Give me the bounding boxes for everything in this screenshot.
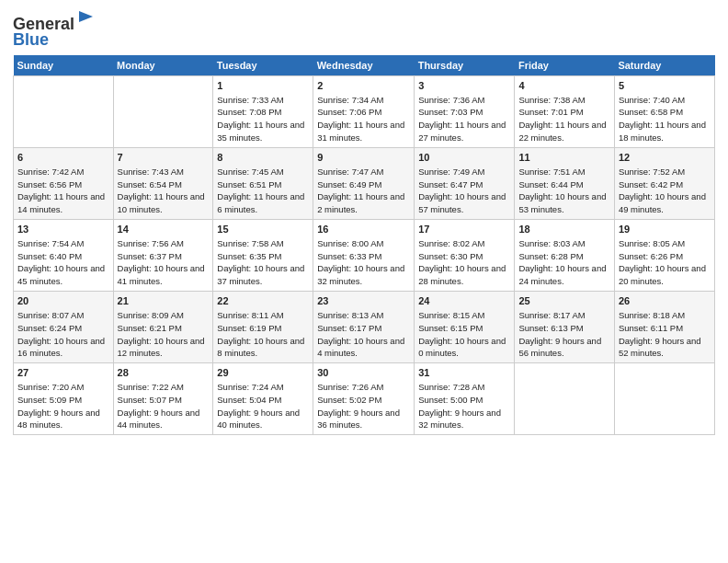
- calendar-cell: 24Sunrise: 8:15 AM Sunset: 6:15 PM Dayli…: [415, 292, 515, 363]
- calendar-cell: [14, 75, 114, 147]
- page-header: General Blue: [13, 9, 715, 50]
- calendar-cell: 17Sunrise: 8:02 AM Sunset: 6:30 PM Dayli…: [415, 219, 515, 291]
- day-info: Sunrise: 7:47 AM Sunset: 6:49 PM Dayligh…: [317, 167, 404, 214]
- day-number: 3: [418, 79, 510, 93]
- day-number: 15: [217, 223, 309, 236]
- day-number: 10: [418, 151, 510, 165]
- calendar-cell: 18Sunrise: 8:03 AM Sunset: 6:28 PM Dayli…: [515, 219, 614, 291]
- day-info: Sunrise: 7:43 AM Sunset: 6:54 PM Dayligh…: [118, 167, 205, 214]
- day-info: Sunrise: 7:51 AM Sunset: 6:44 PM Dayligh…: [518, 167, 606, 214]
- day-info: Sunrise: 7:40 AM Sunset: 6:58 PM Dayligh…: [619, 95, 706, 143]
- calendar-cell: 6Sunrise: 7:42 AM Sunset: 6:56 PM Daylig…: [14, 147, 114, 219]
- day-number: 20: [17, 294, 109, 308]
- day-number: 7: [118, 151, 210, 165]
- calendar-cell: 13Sunrise: 7:54 AM Sunset: 6:40 PM Dayli…: [14, 219, 114, 291]
- calendar-cell: 7Sunrise: 7:43 AM Sunset: 6:54 PM Daylig…: [113, 147, 213, 219]
- calendar-cell: [113, 75, 213, 147]
- day-number: 11: [518, 151, 609, 165]
- calendar-table: SundayMondayTuesdayWednesdayThursdayFrid…: [13, 55, 715, 435]
- week-row-5: 27Sunrise: 7:20 AM Sunset: 5:09 PM Dayli…: [14, 363, 715, 435]
- calendar-cell: 4Sunrise: 7:38 AM Sunset: 7:01 PM Daylig…: [515, 75, 614, 147]
- day-info: Sunrise: 8:13 AM Sunset: 6:17 PM Dayligh…: [317, 310, 404, 358]
- calendar-cell: [515, 363, 614, 435]
- calendar-cell: 2Sunrise: 7:34 AM Sunset: 7:06 PM Daylig…: [313, 75, 415, 147]
- calendar-cell: 27Sunrise: 7:20 AM Sunset: 5:09 PM Dayli…: [14, 363, 114, 435]
- day-info: Sunrise: 7:28 AM Sunset: 5:00 PM Dayligh…: [418, 382, 501, 430]
- calendar-cell: 23Sunrise: 8:13 AM Sunset: 6:17 PM Dayli…: [313, 292, 415, 363]
- day-number: 5: [619, 79, 711, 93]
- day-info: Sunrise: 7:52 AM Sunset: 6:42 PM Dayligh…: [619, 167, 706, 214]
- day-number: 6: [17, 151, 109, 165]
- day-number: 25: [518, 294, 609, 308]
- calendar-cell: 29Sunrise: 7:24 AM Sunset: 5:04 PM Dayli…: [213, 363, 313, 435]
- day-number: 4: [518, 79, 609, 93]
- day-info: Sunrise: 8:00 AM Sunset: 6:33 PM Dayligh…: [317, 238, 404, 286]
- dow-monday: Monday: [113, 55, 213, 76]
- calendar-cell: 25Sunrise: 8:17 AM Sunset: 6:13 PM Dayli…: [515, 292, 614, 363]
- day-number: 17: [418, 223, 510, 236]
- day-number: 12: [619, 151, 711, 165]
- day-number: 29: [217, 366, 309, 380]
- day-info: Sunrise: 8:07 AM Sunset: 6:24 PM Dayligh…: [17, 310, 105, 358]
- logo: General Blue: [13, 9, 97, 50]
- day-number: 31: [418, 366, 510, 380]
- day-info: Sunrise: 8:15 AM Sunset: 6:15 PM Dayligh…: [418, 310, 506, 358]
- calendar-cell: 19Sunrise: 8:05 AM Sunset: 6:26 PM Dayli…: [614, 219, 714, 291]
- day-info: Sunrise: 7:26 AM Sunset: 5:02 PM Dayligh…: [317, 382, 400, 430]
- svg-marker-0: [79, 11, 93, 22]
- calendar-cell: 9Sunrise: 7:47 AM Sunset: 6:49 PM Daylig…: [313, 147, 415, 219]
- day-number: 23: [317, 294, 410, 308]
- calendar-cell: 1Sunrise: 7:33 AM Sunset: 7:08 PM Daylig…: [213, 75, 313, 147]
- day-number: 14: [118, 223, 210, 236]
- calendar-cell: [614, 363, 714, 435]
- day-info: Sunrise: 8:17 AM Sunset: 6:13 PM Dayligh…: [518, 310, 601, 358]
- day-info: Sunrise: 8:05 AM Sunset: 6:26 PM Dayligh…: [619, 238, 706, 286]
- calendar-cell: 28Sunrise: 7:22 AM Sunset: 5:07 PM Dayli…: [113, 363, 213, 435]
- day-info: Sunrise: 7:34 AM Sunset: 7:06 PM Dayligh…: [317, 95, 404, 143]
- days-of-week-row: SundayMondayTuesdayWednesdayThursdayFrid…: [14, 55, 715, 76]
- day-number: 9: [317, 151, 410, 165]
- day-info: Sunrise: 7:36 AM Sunset: 7:03 PM Dayligh…: [418, 95, 506, 143]
- day-info: Sunrise: 7:42 AM Sunset: 6:56 PM Dayligh…: [17, 167, 105, 214]
- day-info: Sunrise: 7:24 AM Sunset: 5:04 PM Dayligh…: [217, 382, 300, 430]
- week-row-2: 6Sunrise: 7:42 AM Sunset: 6:56 PM Daylig…: [14, 147, 715, 219]
- day-number: 27: [17, 366, 109, 380]
- dow-thursday: Thursday: [415, 55, 515, 76]
- calendar-cell: 12Sunrise: 7:52 AM Sunset: 6:42 PM Dayli…: [614, 147, 714, 219]
- day-info: Sunrise: 7:49 AM Sunset: 6:47 PM Dayligh…: [418, 167, 506, 214]
- day-number: 26: [619, 294, 711, 308]
- day-info: Sunrise: 7:22 AM Sunset: 5:07 PM Dayligh…: [118, 382, 200, 430]
- day-info: Sunrise: 7:56 AM Sunset: 6:37 PM Dayligh…: [118, 238, 205, 286]
- day-info: Sunrise: 7:33 AM Sunset: 7:08 PM Dayligh…: [217, 95, 304, 143]
- calendar-cell: 26Sunrise: 8:18 AM Sunset: 6:11 PM Dayli…: [614, 292, 714, 363]
- day-number: 16: [317, 223, 410, 236]
- calendar-cell: 31Sunrise: 7:28 AM Sunset: 5:00 PM Dayli…: [415, 363, 515, 435]
- calendar-cell: 21Sunrise: 8:09 AM Sunset: 6:21 PM Dayli…: [113, 292, 213, 363]
- day-number: 2: [317, 79, 410, 93]
- day-info: Sunrise: 8:11 AM Sunset: 6:19 PM Dayligh…: [217, 310, 304, 358]
- calendar-cell: 22Sunrise: 8:11 AM Sunset: 6:19 PM Dayli…: [213, 292, 313, 363]
- day-info: Sunrise: 8:03 AM Sunset: 6:28 PM Dayligh…: [518, 238, 606, 286]
- day-number: 30: [317, 366, 410, 380]
- day-number: 24: [418, 294, 510, 308]
- logo-flag-icon: [76, 9, 97, 29]
- calendar-cell: 15Sunrise: 7:58 AM Sunset: 6:35 PM Dayli…: [213, 219, 313, 291]
- day-number: 8: [217, 151, 309, 165]
- calendar-cell: 30Sunrise: 7:26 AM Sunset: 5:02 PM Dayli…: [313, 363, 415, 435]
- calendar-cell: 10Sunrise: 7:49 AM Sunset: 6:47 PM Dayli…: [415, 147, 515, 219]
- day-info: Sunrise: 7:45 AM Sunset: 6:51 PM Dayligh…: [217, 167, 304, 214]
- day-number: 22: [217, 294, 309, 308]
- day-info: Sunrise: 7:38 AM Sunset: 7:01 PM Dayligh…: [518, 95, 606, 143]
- dow-friday: Friday: [515, 55, 614, 76]
- day-number: 1: [217, 79, 309, 93]
- day-number: 21: [118, 294, 210, 308]
- week-row-3: 13Sunrise: 7:54 AM Sunset: 6:40 PM Dayli…: [14, 219, 715, 291]
- dow-tuesday: Tuesday: [213, 55, 313, 76]
- dow-wednesday: Wednesday: [313, 55, 415, 76]
- week-row-1: 1Sunrise: 7:33 AM Sunset: 7:08 PM Daylig…: [14, 75, 715, 147]
- day-info: Sunrise: 8:09 AM Sunset: 6:21 PM Dayligh…: [118, 310, 205, 358]
- day-number: 28: [118, 366, 210, 380]
- day-info: Sunrise: 7:20 AM Sunset: 5:09 PM Dayligh…: [17, 382, 100, 430]
- day-info: Sunrise: 7:54 AM Sunset: 6:40 PM Dayligh…: [17, 238, 105, 286]
- calendar-cell: 8Sunrise: 7:45 AM Sunset: 6:51 PM Daylig…: [213, 147, 313, 219]
